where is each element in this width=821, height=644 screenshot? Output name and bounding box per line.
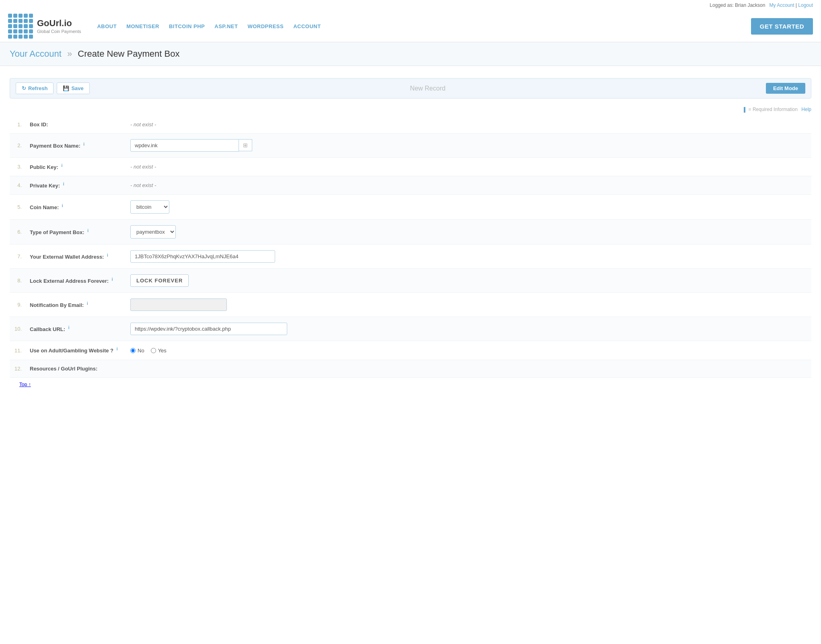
header-top-bar: Logged as: Brian Jackson My Account | Lo… [8,0,813,10]
breadcrumb-your-account[interactable]: Your Account [10,49,62,59]
page-title-bar: Your Account » Create New Payment Box [0,42,821,66]
row-num-1: 1. [10,116,26,134]
table-row: 6. Type of Payment Box: i paymentbox don… [10,220,811,245]
row-label-type: Type of Payment Box: i [26,220,126,245]
lock-forever-button[interactable]: LOCK FOREVER [130,274,189,287]
toolbar: ↻ Refresh 💾 Save New Record Edit Mode [10,78,811,99]
nav-account[interactable]: ACCOUNT [289,20,325,33]
row-label-callback: Callback URL: i [26,317,126,341]
table-row: 1. Box ID: - not exist - [10,116,811,134]
coin-name-select[interactable]: bitcoin litecoin ethereum dogecoin [130,200,169,214]
logo-area: GoUrl.io Global Coin Payments [8,14,81,39]
row-label-resources: Resources / GoUrl Plugins: [26,360,126,377]
main-content: ↻ Refresh 💾 Save New Record Edit Mode = … [0,66,821,399]
help-link[interactable]: Help [801,107,811,112]
table-row: 3. Public Key: i - not exist - [10,157,811,176]
row-label-private-key: Private Key: i [26,176,126,195]
my-account-link[interactable]: My Account [769,2,794,8]
table-row: 8. Lock External Address Forever: i LOCK… [10,269,811,293]
refresh-label: Refresh [28,85,47,91]
table-row: 11. Use on Adult/Gambling Website ? i No… [10,341,811,360]
required-indicator: i [117,347,118,351]
type-select[interactable]: paymentbox donation subscription [130,225,176,239]
row-value-public-key: - not exist - [126,157,811,176]
row-num-10: 10. [10,317,26,341]
form-table: 1. Box ID: - not exist - 2. Payment Box … [10,116,811,378]
save-icon: 💾 [63,85,69,91]
radio-no[interactable] [130,348,136,353]
table-row: 10. Callback URL: i [10,317,811,341]
row-label-wallet: Your External Wallet Address: i [26,245,126,269]
get-started-button[interactable]: GET STARTED [751,18,813,35]
top-link[interactable]: Top ↑ [19,382,31,387]
row-value-private-key: - not exist - [126,176,811,195]
payment-box-name-input[interactable] [130,139,239,152]
row-num-2: 2. [10,133,26,157]
nav-monetiser[interactable]: MONETISER [122,20,163,33]
header-main: GoUrl.io Global Coin Payments ABOUT MONE… [8,10,813,42]
row-value-box-id: - not exist - [126,116,811,134]
row-num-6: 6. [10,220,26,245]
radio-yes-label[interactable]: Yes [151,348,167,354]
row-label-lock: Lock External Address Forever: i [26,269,126,293]
breadcrumb-current: Create New Payment Box [78,49,179,59]
page-title: Your Account » Create New Payment Box [10,49,811,59]
required-bar-icon [744,107,745,113]
row-value-email [126,293,811,317]
main-nav: ABOUT MONETISER BITCOIN PHP ASP.NET WORD… [93,20,747,33]
wallet-address-input[interactable] [130,250,275,263]
edit-mode-button[interactable]: Edit Mode [766,83,805,94]
logo-text: GoUrl.io Global Coin Payments [37,18,81,34]
row-num-5: 5. [10,195,26,220]
nav-about[interactable]: ABOUT [93,20,121,33]
row-value-type: paymentbox donation subscription [126,220,811,245]
row-value-wallet [126,245,811,269]
required-indicator: i [62,204,63,208]
radio-yes-text: Yes [158,348,167,354]
row-value-resources [126,360,811,377]
footer-top: Top ↑ [10,378,811,387]
breadcrumb-separator: » [67,49,72,59]
logo-sub: Global Coin Payments [37,29,81,34]
required-indicator: i [107,253,108,257]
nav-bitcoin-php[interactable]: BITCOIN PHP [165,20,209,33]
row-num-8: 8. [10,269,26,293]
row-label-email: Notification By Email: i [26,293,126,317]
refresh-button[interactable]: ↻ Refresh [16,82,53,94]
nav-wordpress[interactable]: WORDPRESS [243,20,288,33]
required-indicator: i [63,182,64,186]
radio-no-label[interactable]: No [130,348,144,354]
radio-yes[interactable] [151,348,156,353]
required-indicator: i [87,301,88,306]
logo-dots [8,14,33,39]
row-value-payment-box-name: ⊞ [126,133,811,157]
required-indicator: i [87,228,88,233]
row-label-public-key: Public Key: i [26,157,126,176]
row-label-box-id: Box ID: [26,116,126,134]
nav-asp-net[interactable]: ASP.NET [210,20,242,33]
payment-box-name-icon-button[interactable]: ⊞ [239,139,252,151]
row-num-4: 4. [10,176,26,195]
email-input[interactable] [130,298,227,311]
save-button[interactable]: 💾 Save [57,82,89,94]
new-record-label: New Record [90,85,766,92]
row-label-coin-name: Coin Name: i [26,195,126,220]
logout-link[interactable]: Logout [798,2,813,8]
row-num-3: 3. [10,157,26,176]
row-num-11: 11. [10,341,26,360]
adult-radio-group: No Yes [130,348,807,354]
row-value-adult: No Yes [126,341,811,360]
required-info-text: = Required Information [749,107,798,112]
save-label: Save [71,85,83,91]
row-value-callback [126,317,811,341]
table-row: 5. Coin Name: i bitcoin litecoin ethereu… [10,195,811,220]
radio-no-text: No [138,348,144,354]
required-indicator: i [83,142,84,146]
callback-url-input[interactable] [130,323,287,335]
refresh-icon: ↻ [22,85,26,91]
table-row: 9. Notification By Email: i [10,293,811,317]
required-indicator: i [112,277,113,282]
table-row: 2. Payment Box Name: i ⊞ [10,133,811,157]
required-indicator: i [68,325,70,330]
row-num-7: 7. [10,245,26,269]
